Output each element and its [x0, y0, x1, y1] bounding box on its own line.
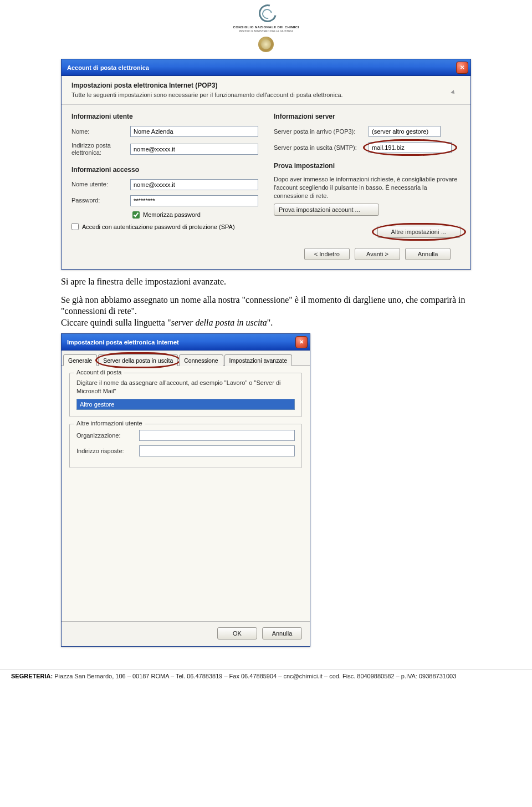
- more-settings-button[interactable]: Altre impostazioni …: [377, 226, 461, 238]
- reply-address-label: Indirizzo risposte:: [76, 448, 135, 454]
- right-column: Informazioni server Server posta in arri…: [274, 113, 461, 238]
- password-label: Password:: [71, 197, 127, 204]
- doc-paragraph-1: Si apre la finestra delle impostazioni a…: [61, 276, 471, 288]
- cancel-button[interactable]: Annulla: [405, 248, 451, 260]
- dialog2-title: Impostazioni posta elettronica Internet: [67, 339, 295, 346]
- internet-settings-dialog: Impostazioni posta elettronica Internet …: [61, 333, 310, 647]
- username-input[interactable]: [130, 179, 258, 190]
- footer-text: Piazza San Bernardo, 106 – 00187 ROMA – …: [53, 673, 456, 679]
- dialog-header: Impostazioni posta elettronica Internet …: [62, 76, 470, 105]
- spa-label: Accedi con autenticazione password di pr…: [82, 223, 235, 231]
- footer-label: SEGRETERIA:: [11, 673, 53, 679]
- smtp-highlight: [369, 142, 452, 153]
- dialog2-footer: OK Annulla: [62, 621, 310, 646]
- tab-body: Account di posta Digitare il nome da ass…: [62, 366, 310, 621]
- next-button[interactable]: Avanti >: [355, 248, 400, 260]
- doc-paragraph-2: Se già non abbiamo assegnato un nome all…: [61, 295, 471, 329]
- cancel-button-2[interactable]: Annulla: [262, 627, 302, 639]
- more-settings-highlight: Altre impostazioni …: [377, 226, 461, 238]
- reply-address-input[interactable]: [139, 445, 295, 456]
- ok-button[interactable]: OK: [217, 627, 257, 639]
- org-name: CONSIGLIO NAZIONALE DEI CHIMICI: [233, 26, 299, 29]
- test-settings-title: Prova impostazioni: [274, 162, 461, 170]
- account-fieldset: Account di posta Digitare il nome da ass…: [69, 373, 302, 417]
- email-account-dialog: Account di posta elettronica Impostazion…: [61, 59, 471, 270]
- tab-advanced[interactable]: Impostazioni avanzate: [224, 354, 292, 366]
- password-input[interactable]: [130, 195, 258, 206]
- org-subtitle: PRESSO IL MINISTERO DELLA GIUSTIZIA: [233, 29, 299, 33]
- dialog-header-title: Impostazioni posta elettronica Internet …: [71, 82, 437, 89]
- other-info-legend: Altre informazioni utente: [74, 420, 145, 427]
- account-desc: Digitare il nome da assegnare all'accoun…: [76, 379, 295, 395]
- page-footer: SEGRETERIA: Piazza San Bernardo, 106 – 0…: [0, 669, 532, 683]
- user-info-title: Informazioni utente: [71, 113, 258, 120]
- remember-password-checkbox[interactable]: [132, 211, 140, 219]
- email-input[interactable]: [130, 144, 258, 155]
- test-account-button[interactable]: Prova impostazioni account ...: [274, 204, 379, 216]
- account-legend: Account di posta: [74, 369, 124, 375]
- titlebar[interactable]: Account di posta elettronica: [62, 59, 470, 76]
- smtp-label: Server posta in uscita (SMTP):: [274, 144, 365, 151]
- organization-input[interactable]: [139, 430, 295, 441]
- dialog-header-subtitle: Tutte le seguenti impostazioni sono nece…: [71, 91, 437, 99]
- tab-general[interactable]: Generale: [63, 354, 97, 366]
- pop3-label: Server posta in arrivo (POP3):: [274, 128, 365, 135]
- tabs: Generale Server della posta in uscita Co…: [62, 351, 310, 366]
- left-column: Informazioni utente Nome: Indirizzo post…: [71, 113, 258, 238]
- spa-checkbox[interactable]: [71, 223, 79, 230]
- cursor-icon: [447, 85, 463, 101]
- email-label: Indirizzo posta elettronica:: [71, 142, 127, 156]
- username-label: Nome utente:: [71, 181, 127, 188]
- close-icon[interactable]: [456, 62, 468, 74]
- test-settings-desc: Dopo aver immesso le informazioni richie…: [274, 175, 461, 200]
- access-info-title: Informazioni accesso: [71, 166, 258, 174]
- wizard-footer: < Indietro Avanti > Annulla: [71, 238, 461, 269]
- smtp-input[interactable]: [369, 142, 452, 153]
- account-name-input[interactable]: [76, 399, 295, 410]
- state-emblem-icon: [258, 37, 274, 52]
- titlebar-2[interactable]: Impostazioni posta elettronica Internet: [62, 334, 310, 351]
- other-info-fieldset: Altre informazioni utente Organizzazione…: [69, 424, 302, 468]
- tab-smtp[interactable]: Server della posta in uscita: [98, 354, 178, 366]
- remember-password-label: Memorizza password: [143, 211, 201, 218]
- tab-connection[interactable]: Connessione: [179, 354, 223, 366]
- server-info-title: Informazioni server: [274, 113, 461, 120]
- organization-label: Organizzazione:: [76, 432, 135, 439]
- back-button[interactable]: < Indietro: [304, 248, 350, 260]
- name-label: Nome:: [71, 128, 127, 135]
- pop3-input[interactable]: [369, 126, 441, 137]
- org-logo: CONSIGLIO NAZIONALE DEI CHIMICI PRESSO I…: [233, 3, 299, 33]
- name-input[interactable]: [130, 126, 258, 137]
- close-icon-2[interactable]: [295, 336, 308, 348]
- document-header: CONSIGLIO NAZIONALE DEI CHIMICI PRESSO I…: [0, 0, 532, 54]
- dialog-title: Account di posta elettronica: [67, 64, 456, 71]
